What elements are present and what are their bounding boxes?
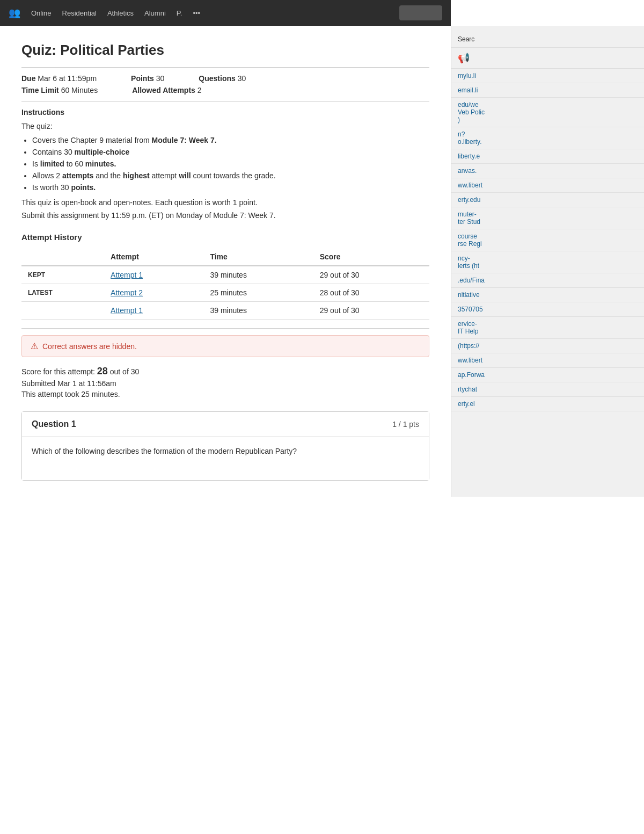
sidebar-item[interactable]: n?o.liberty. <box>451 127 644 149</box>
hidden-notice-text: Correct answers are hidden. <box>42 342 137 351</box>
nav-athletics[interactable]: Athletics <box>107 9 134 17</box>
hidden-notice: ⚠ Correct answers are hidden. <box>21 335 429 357</box>
due-value: Mar 6 at 11:59pm <box>38 74 97 83</box>
attempt-history-title: Attempt History <box>21 233 429 242</box>
sidebar-item[interactable]: erty.el <box>451 397 644 411</box>
sidebar-item[interactable]: ncy-lerts (ht <box>451 251 644 273</box>
question-1-text: Which of the following describes the for… <box>32 447 419 455</box>
row-kept-time: 39 minutes <box>203 266 313 284</box>
row-latest-label: LATEST <box>21 284 104 302</box>
score-label: Score for this attempt: <box>21 367 95 376</box>
right-sidebar: Searc 📢 mylu.li email.li edu/weVeb Polic… <box>451 26 644 497</box>
sidebar-item[interactable]: erty.edu <box>451 193 644 207</box>
row-empty-label <box>21 302 104 320</box>
sidebar-item[interactable]: anvas. <box>451 164 644 178</box>
table-row: LATEST Attempt 2 25 minutes 28 out of 30 <box>21 284 429 302</box>
row-kept-attempt[interactable]: Attempt 1 <box>104 266 203 284</box>
question-1-header: Question 1 1 / 1 pts <box>22 412 429 437</box>
points-label: Points <box>131 74 154 83</box>
list-item: Contains 30 multiple-choice <box>32 148 429 156</box>
score-bold: 28 <box>97 366 108 376</box>
attempt-history-table: Attempt Time Score KEPT Attempt 1 39 min… <box>21 248 429 320</box>
sidebar-item[interactable]: nitiative <box>451 288 644 302</box>
allowed-attempts-meta: Allowed Attempts 2 <box>132 86 201 95</box>
sidebar-item[interactable]: mylu.li <box>451 69 644 83</box>
list-item: Allows 2 attempts and the highest attemp… <box>32 171 429 180</box>
submitted-text: Submitted Mar 1 at 11:56am <box>21 379 429 388</box>
user-avatar[interactable] <box>399 5 442 20</box>
attempt2-link[interactable]: Attempt 2 <box>111 288 143 297</box>
sidebar-item[interactable]: ervice-IT Help <box>451 317 644 339</box>
question-1-box: Question 1 1 / 1 pts Which of the follow… <box>21 411 429 481</box>
table-row: Attempt 1 39 minutes 29 out of 30 <box>21 302 429 320</box>
quiz-meta-row2: Time Limit 60 Minutes Allowed Attempts 2 <box>21 86 429 95</box>
questions-meta: Questions 30 <box>199 74 246 83</box>
nav-p[interactable]: P. <box>177 9 182 17</box>
sidebar-item[interactable]: ww.libert <box>451 353 644 368</box>
row-attempt1-time: 39 minutes <box>203 302 313 320</box>
sidebar-item[interactable]: liberty.e <box>451 149 644 164</box>
instructions-title: Instructions <box>21 108 429 117</box>
nav-alumni[interactable]: Alumni <box>144 9 166 17</box>
timelimit-meta: Time Limit 60 Minutes <box>21 86 98 95</box>
due-meta: Due Mar 6 at 11:59pm <box>21 74 97 83</box>
due-label: Due <box>21 74 35 83</box>
sidebar-item[interactable]: muter-ter Stud <box>451 207 644 229</box>
divider-top <box>21 67 429 68</box>
score-info: Score for this attempt: 28 out of 30 <box>21 366 429 377</box>
sidebar-megaphone-row[interactable]: 📢 <box>451 48 644 69</box>
page-title: Quiz: Political Parties <box>21 42 429 59</box>
users-icon: 👥 <box>9 7 20 19</box>
col-label <box>21 248 104 266</box>
list-item: Covers the Chapter 9 material from Modul… <box>32 136 429 144</box>
questions-value: 30 <box>238 74 246 83</box>
col-score: Score <box>313 248 429 266</box>
megaphone-icon: 📢 <box>458 52 470 64</box>
row-attempt1-link[interactable]: Attempt 1 <box>104 302 203 320</box>
nav-residential[interactable]: Residential <box>62 9 97 17</box>
duration-text: This attempt took 25 minutes. <box>21 390 429 398</box>
row-latest-attempt[interactable]: Attempt 2 <box>104 284 203 302</box>
sidebar-item[interactable]: ww.libert <box>451 178 644 193</box>
divider-meta <box>21 101 429 101</box>
list-item: Is limited to 60 minutes. <box>32 159 429 168</box>
row-kept-score: 29 out of 30 <box>313 266 429 284</box>
sidebar-item[interactable]: ap.Forwa <box>451 368 644 382</box>
row-attempt1-score: 29 out of 30 <box>313 302 429 320</box>
search-label: Searc <box>458 35 474 43</box>
allowed-attempts-value: 2 <box>197 86 202 95</box>
sidebar-item[interactable]: edu/weVeb Polic) <box>451 98 644 127</box>
attempt1-link-kept[interactable]: Attempt 1 <box>111 271 143 279</box>
question-1-pts: 1 / 1 pts <box>392 420 419 429</box>
warning-icon: ⚠ <box>31 341 38 351</box>
note2: Submit this assignment by 11:59 p.m. (ET… <box>21 211 429 220</box>
instructions-list: Covers the Chapter 9 material from Modul… <box>32 136 429 192</box>
score-suffix: out of 30 <box>108 367 139 376</box>
points-value: 30 <box>156 74 165 83</box>
sidebar-item[interactable]: rtychat <box>451 382 644 397</box>
question-1-body: Which of the following describes the for… <box>22 437 429 480</box>
instructions-intro: The quiz: <box>21 122 429 130</box>
row-latest-score: 28 out of 30 <box>313 284 429 302</box>
timelimit-value: 60 Minutes <box>61 86 98 95</box>
row-kept-label: KEPT <box>21 266 104 284</box>
sidebar-item[interactable]: courserse Regi <box>451 229 644 251</box>
sidebar-item[interactable]: email.li <box>451 83 644 98</box>
nav-online[interactable]: Online <box>31 9 52 17</box>
row-latest-time: 25 minutes <box>203 284 313 302</box>
sidebar-item[interactable]: (https:// <box>451 339 644 353</box>
divider-history <box>21 328 429 329</box>
main-content: Quiz: Political Parties Due Mar 6 at 11:… <box>0 26 451 497</box>
attempt1-link[interactable]: Attempt 1 <box>111 306 143 315</box>
sidebar-item[interactable]: 3570705 <box>451 302 644 317</box>
nav-more[interactable]: ••• <box>193 9 200 17</box>
note1: This quiz is open-book and open-notes. E… <box>21 198 429 207</box>
questions-label: Questions <box>199 74 235 83</box>
col-time: Time <box>203 248 313 266</box>
table-row: KEPT Attempt 1 39 minutes 29 out of 30 <box>21 266 429 284</box>
top-navigation: 👥 Online Residential Athletics Alumni P.… <box>0 0 451 26</box>
allowed-attempts-label: Allowed Attempts <box>132 86 195 95</box>
list-item: Is worth 30 points. <box>32 183 429 192</box>
sidebar-search: Searc <box>451 31 644 48</box>
sidebar-item[interactable]: .edu/Fina <box>451 273 644 288</box>
